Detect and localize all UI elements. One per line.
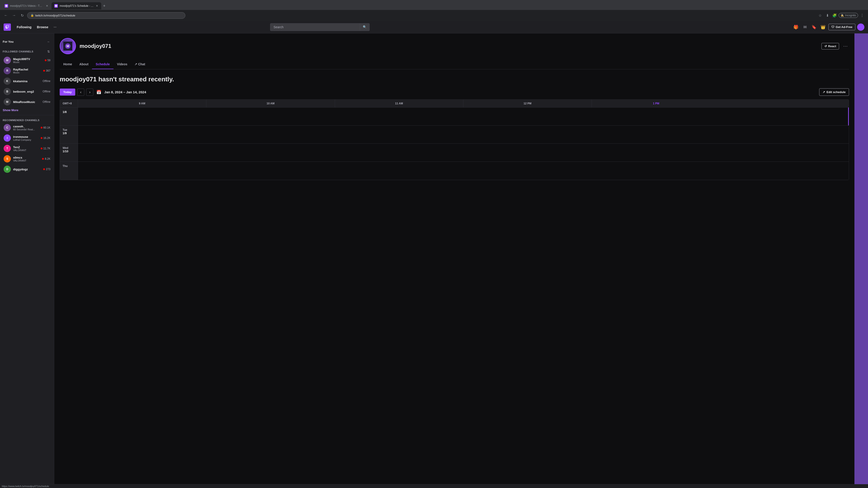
inbox-button[interactable]: ✉ — [801, 24, 809, 31]
channel-item-tenz[interactable]: T TenZ VALORANT 11.7K — [1, 143, 53, 153]
sort-followed-button[interactable]: ⇅ — [46, 49, 51, 54]
search-icon: 🔍 — [363, 25, 367, 29]
schedule-row-content-1 — [78, 107, 849, 125]
content-area: M moodjoy071 ↺ React ⋯ Home Ab — [54, 33, 855, 484]
schedule-row-label-1: 1/8 — [60, 107, 78, 125]
channel-page: M moodjoy071 ↺ React ⋯ Home Ab — [54, 33, 855, 185]
browser-tab-2[interactable]: moodjoy071's Schedule - Twit... ✕ — [52, 2, 101, 9]
followed-channels-header: FOLLOWED CHANNELS ⇅ — [0, 47, 54, 55]
timezone-cell: GMT+8 — [60, 100, 78, 107]
row-day-3: Wed — [63, 147, 75, 150]
channel-item-diggydogz[interactable]: D diggydogz 273 — [1, 164, 53, 174]
more-options-button[interactable]: ⋯ — [842, 42, 849, 50]
back-button[interactable]: ← — [3, 12, 9, 19]
channel-item-caseoh[interactable]: C caseoh_ 60 Seconds! Reat... 60.1K — [1, 123, 53, 133]
channel-name-magic899tv: Magic899TV — [13, 57, 42, 61]
nav-item-schedule[interactable]: Schedule — [92, 60, 113, 69]
get-ad-free-button[interactable]: 🛡 Get Ad-Free — [829, 24, 855, 30]
following-button[interactable]: Following — [14, 24, 34, 30]
schedule-row-label-4: Thu — [60, 162, 78, 180]
schedule-row-content-2 — [78, 126, 849, 143]
browse-button[interactable]: Browse — [35, 24, 51, 30]
channel-viewers-magic899tv: 59 — [45, 59, 51, 62]
channel-item-ironmouse[interactable]: I ironmouse Lethal Company 16.2K — [1, 133, 53, 143]
prime-button[interactable]: 👑 — [819, 24, 827, 31]
schedule-row-content-4 — [78, 162, 849, 180]
followed-channels-title: FOLLOWED CHANNELS — [3, 50, 33, 53]
twitch-logo[interactable] — [4, 24, 11, 31]
get-ad-free-icon: 🛡 — [831, 25, 834, 29]
next-week-button[interactable]: › — [86, 89, 93, 96]
channel-info-tenz: TenZ VALORANT — [13, 145, 38, 152]
channel-info-rayrachel: RayRachel Music — [13, 68, 41, 74]
channel-game-ironmouse: Lethal Company — [13, 138, 38, 141]
toolbar-actions: ☆ ⬇ 🧩 🕵 Incognito ⋮ — [817, 12, 865, 19]
saved-button[interactable]: 🔖 — [810, 24, 817, 31]
header-search: 🔍 — [270, 23, 370, 31]
prev-week-button[interactable]: ‹ — [77, 89, 84, 96]
edit-schedule-button[interactable]: ↗ Edit schedule — [819, 88, 849, 96]
channel-header-actions: ↺ React ⋯ — [822, 42, 849, 50]
channel-info-mikarosemusic: MikaRoseMusic — [13, 100, 40, 104]
address-bar[interactable]: 🔒 twitch.tv/moodjoy071/schedule — [27, 12, 185, 19]
row-date-2: 1/9 — [63, 131, 75, 135]
react-button[interactable]: ↺ React — [822, 43, 839, 50]
notifications-button[interactable]: 🎁 — [792, 24, 800, 31]
reload-button[interactable]: ↻ — [19, 12, 25, 19]
for-you-action-button[interactable]: ← — [46, 39, 51, 44]
new-tab-button[interactable]: + — [101, 3, 107, 9]
channel-item-s0mcs[interactable]: S s0mcs VALORANT 8.2K — [1, 154, 53, 164]
channel-name-caseoh: caseoh_ — [13, 125, 38, 128]
channel-page-avatar: M — [60, 38, 76, 54]
no-stream-message: moodjoy071 hasn't streamed recently. — [60, 76, 849, 83]
channel-avatar-magic899tv: M — [4, 57, 11, 64]
channel-item-kkatamina[interactable]: K kkatamina Offline — [1, 76, 53, 86]
forward-button[interactable]: → — [11, 12, 17, 19]
channel-game-rayrachel: Music — [13, 71, 41, 74]
search-input[interactable] — [270, 23, 360, 31]
channel-avatar-betboom: B — [4, 88, 11, 95]
nav-item-about[interactable]: About — [76, 60, 92, 69]
bookmark-button[interactable]: ☆ — [817, 12, 823, 19]
channel-item-betboom[interactable]: B betboom_eng2 Offline — [1, 87, 53, 96]
schedule-controls: Today ‹ › 📅 Jan 8, 2024 – Jan 14, 2024 ↗… — [60, 88, 849, 96]
user-avatar[interactable] — [857, 24, 864, 31]
channel-info-betboom: betboom_eng2 — [13, 90, 40, 93]
schedule-row-3: Wed 1/10 — [60, 144, 849, 162]
live-dot-diggydogz — [43, 168, 45, 170]
channel-item-rayrachel[interactable]: R RayRachel Music 367 — [1, 66, 53, 76]
channel-avatar-diggydogz: D — [4, 166, 11, 173]
channel-item-magic899tv[interactable]: M Magic899TV Music 59 — [1, 55, 53, 65]
show-more-button[interactable]: Show More — [0, 107, 54, 113]
channel-info-magic899tv: Magic899TV Music — [13, 57, 42, 64]
channel-viewers-diggydogz: 273 — [43, 168, 51, 171]
channel-avatar-caseoh: C — [4, 124, 11, 131]
channel-info-kkatamina: kkatamina — [13, 79, 40, 83]
browser-tab-1[interactable]: moodjoy071's Videos - Twitch ✕ — [2, 2, 52, 9]
nav-item-home[interactable]: Home — [60, 60, 76, 69]
today-button[interactable]: Today — [60, 89, 75, 96]
nav-item-chat[interactable]: ↗ Chat — [131, 60, 149, 69]
schedule-row-label-3: Wed 1/10 — [60, 144, 78, 162]
more-options-button[interactable]: ⋮ — [859, 12, 865, 19]
header-more-button[interactable]: ⋯ — [52, 24, 59, 31]
app-header: Following Browse ⋯ 🔍 🎁 ✉ 🔖 👑 🛡 Get Ad-Fr… — [0, 21, 868, 33]
channel-item-mikarosemusic[interactable]: M MikaRoseMusic Offline — [1, 97, 53, 107]
channel-nav: Home About Schedule Videos ↗ Chat — [60, 60, 849, 69]
extensions-button[interactable]: 🧩 — [831, 12, 838, 19]
search-button[interactable]: 🔍 — [360, 23, 370, 31]
incognito-badge[interactable]: 🕵 Incognito — [839, 13, 858, 18]
channel-name-mikarosemusic: MikaRoseMusic — [13, 100, 40, 104]
for-you-header: For You ← — [0, 38, 54, 46]
channel-name-s0mcs: s0mcs — [13, 156, 40, 159]
schedule-grid-header: GMT+8 9 AM 10 AM 11 AM 12 PM 1 PM — [60, 100, 849, 107]
tab-close-2[interactable]: ✕ — [95, 4, 98, 8]
tab-title-2: moodjoy071's Schedule - Twit... — [60, 4, 94, 7]
nav-item-videos[interactable]: Videos — [114, 60, 131, 69]
download-button[interactable]: ⬇ — [824, 12, 831, 19]
sidebar: For You ← FOLLOWED CHANNELS ⇅ M Magic899… — [0, 33, 54, 484]
for-you-section: For You ← — [0, 36, 54, 47]
tab-close-1[interactable]: ✕ — [45, 4, 49, 8]
calendar-button[interactable]: 📅 — [95, 89, 102, 96]
channel-page-name: moodjoy071 — [80, 43, 111, 49]
